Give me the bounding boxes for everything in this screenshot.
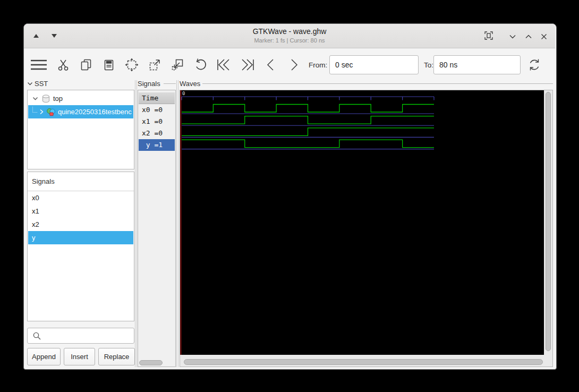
search-icon	[32, 331, 41, 340]
chevron-right-icon	[39, 109, 44, 115]
signals-hscrollbar[interactable]	[139, 360, 163, 365]
wave-trace-x2	[182, 128, 434, 136]
to-input[interactable]	[433, 55, 521, 74]
module-icon	[42, 95, 50, 103]
maximize-icon[interactable]	[524, 32, 533, 41]
timeline-origin-label: 0	[182, 91, 185, 96]
waves-frame-label: Waves	[180, 80, 200, 88]
append-button[interactable]: Append	[27, 348, 61, 365]
chevron-down-icon	[32, 96, 38, 101]
splitter-left[interactable]	[135, 80, 137, 367]
wave-trace-x1	[182, 116, 434, 124]
chevron-down-icon	[27, 81, 33, 87]
tree-item-testbench[interactable]: quine20250316testbenc	[28, 105, 133, 118]
from-label: From:	[309, 61, 327, 69]
time-header[interactable]: Time	[139, 92, 175, 104]
window-subtitle: Marker: 1 fs | Cursor: 80 ns	[24, 37, 555, 44]
signals-frame-rule	[164, 83, 176, 84]
undo-icon[interactable]	[193, 58, 207, 72]
wave-trace-y	[182, 140, 434, 148]
to-label: To:	[424, 61, 433, 69]
signal-row-x2[interactable]: x2 =0	[139, 127, 175, 139]
sst-tree: top quine20250316testbenc	[27, 90, 134, 169]
waveform-canvas[interactable]: 0	[180, 90, 544, 355]
titlebar[interactable]: GTKWave - wave.ghw Marker: 1 fs | Cursor…	[24, 24, 555, 48]
waves-hscrollbar[interactable]	[184, 359, 543, 365]
search-input[interactable]	[44, 329, 133, 343]
cut-icon[interactable]	[56, 58, 70, 72]
waves-frame-rule	[202, 83, 553, 84]
facility-row-y[interactable]: y	[28, 231, 133, 244]
signal-row-x0[interactable]: x0 =0	[139, 104, 175, 116]
tree-item-label: quine20250316testbenc	[58, 108, 132, 116]
signal-row-y[interactable]: y =1	[139, 139, 175, 151]
sst-header-label: SST	[35, 80, 48, 88]
zoom-fit-icon[interactable]	[125, 58, 139, 72]
reload-icon[interactable]	[527, 58, 541, 72]
next-edge-icon[interactable]	[287, 58, 301, 72]
zoom-in-icon[interactable]	[148, 58, 161, 72]
skip-to-end-icon[interactable]	[240, 58, 255, 72]
fullscreen-icon[interactable]	[484, 31, 493, 40]
instance-icon	[46, 108, 56, 116]
toolbar	[30, 57, 301, 73]
facility-row-x1[interactable]: x1	[28, 204, 133, 218]
replace-button[interactable]: Replace	[98, 348, 135, 365]
signals-frame-label: Signals	[138, 80, 160, 88]
from-input[interactable]	[329, 55, 419, 74]
sst-expander[interactable]: SST	[27, 80, 48, 88]
insert-button[interactable]: Insert	[64, 348, 95, 365]
zoom-out-icon[interactable]	[171, 58, 184, 72]
skip-to-start-icon[interactable]	[216, 58, 231, 72]
tree-item-top[interactable]: top	[28, 92, 133, 105]
waveform-svg[interactable]: 0	[180, 90, 544, 355]
facilities-header: Signals	[28, 172, 134, 191]
prev-edge-icon[interactable]	[264, 58, 278, 72]
search-box	[27, 328, 134, 344]
gtkwave-window: GTKWave - wave.ghw Marker: 1 fs | Cursor…	[23, 23, 557, 370]
facilities-list: Signals x0 x1 x2 y	[27, 172, 134, 321]
tree-guide	[32, 107, 37, 113]
waves-vscrollbar[interactable]	[546, 92, 551, 351]
signal-names-panel: Time x0 =0 x1 =0 x2 =0 y =1	[138, 90, 176, 367]
facility-row-x2[interactable]: x2	[28, 218, 133, 231]
paste-icon[interactable]	[102, 58, 116, 72]
copy-icon[interactable]	[79, 58, 93, 72]
waves-panel: 0	[180, 90, 553, 367]
splitter-right[interactable]	[176, 80, 178, 367]
close-icon[interactable]	[540, 32, 548, 41]
facility-row-x0[interactable]: x0	[28, 191, 133, 204]
wave-trace-x0	[182, 105, 434, 113]
window-title: GTKWave - wave.ghw	[24, 27, 555, 36]
tree-item-label: top	[53, 95, 63, 103]
signal-row-x1[interactable]: x1 =0	[139, 116, 175, 127]
menu-icon[interactable]	[30, 58, 47, 72]
minimize-icon[interactable]	[508, 32, 517, 41]
